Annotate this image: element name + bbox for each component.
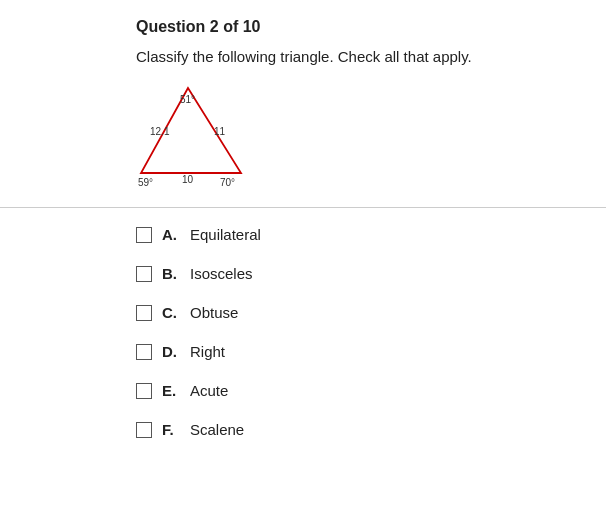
triangle-svg: 51° 59° 70° 12.1 11 10 <box>136 83 246 188</box>
checkbox-e[interactable] <box>136 383 152 399</box>
option-item-a: A. Equilateral <box>136 226 586 243</box>
option-label-c: C. <box>162 304 180 321</box>
checkbox-a[interactable] <box>136 227 152 243</box>
option-item-d: D. Right <box>136 343 586 360</box>
option-text-c: Obtuse <box>190 304 238 321</box>
option-label-e: E. <box>162 382 180 399</box>
checkbox-b[interactable] <box>136 266 152 282</box>
question-header: Question 2 of 10 <box>136 18 586 36</box>
question-text: Classify the following triangle. Check a… <box>136 48 586 65</box>
checkbox-c[interactable] <box>136 305 152 321</box>
top-angle-label: 51° <box>180 94 195 105</box>
options-list: A. Equilateral B. Isosceles C. Obtuse D.… <box>136 226 586 438</box>
option-label-a: A. <box>162 226 180 243</box>
option-label-d: D. <box>162 343 180 360</box>
checkbox-d[interactable] <box>136 344 152 360</box>
option-item-b: B. Isosceles <box>136 265 586 282</box>
bottom-right-angle-label: 70° <box>220 177 235 188</box>
option-text-b: Isosceles <box>190 265 253 282</box>
option-label-f: F. <box>162 421 180 438</box>
bottom-left-angle-label: 59° <box>138 177 153 188</box>
option-label-b: B. <box>162 265 180 282</box>
option-item-f: F. Scalene <box>136 421 586 438</box>
section-divider <box>0 207 606 208</box>
right-side-label: 11 <box>214 126 226 137</box>
triangle-figure: 51° 59° 70° 12.1 11 10 <box>136 83 246 183</box>
checkbox-f[interactable] <box>136 422 152 438</box>
option-text-a: Equilateral <box>190 226 261 243</box>
left-side-label: 12.1 <box>150 126 170 137</box>
question-label: Question 2 of 10 <box>136 18 260 35</box>
option-item-c: C. Obtuse <box>136 304 586 321</box>
bottom-side-label: 10 <box>182 174 194 185</box>
option-item-e: E. Acute <box>136 382 586 399</box>
option-text-d: Right <box>190 343 225 360</box>
option-text-f: Scalene <box>190 421 244 438</box>
option-text-e: Acute <box>190 382 228 399</box>
